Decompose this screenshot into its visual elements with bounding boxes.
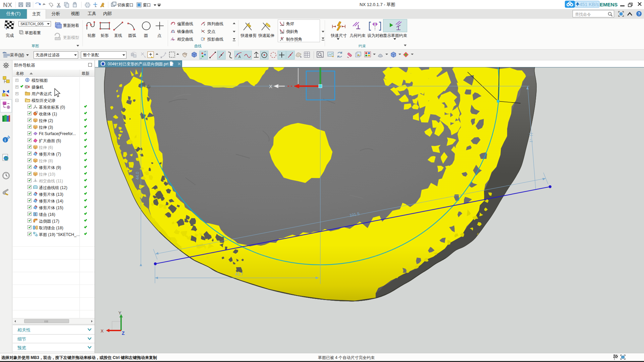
svg-text:X: X bbox=[269, 83, 272, 89]
svg-text:44.0: 44.0 bbox=[135, 172, 140, 180]
svg-text:?: ? bbox=[638, 12, 640, 16]
svg-text:NX: NX bbox=[3, 1, 12, 8]
svg-text:切换窗口: 切换窗口 bbox=[117, 3, 133, 7]
svg-text:41.7: 41.7 bbox=[235, 272, 243, 277]
svg-text:EMENS: EMENS bbox=[600, 2, 618, 7]
svg-text:窗口: 窗口 bbox=[143, 3, 151, 7]
svg-text:451 KB/s: 451 KB/s bbox=[580, 2, 599, 7]
svg-text:Y: Y bbox=[118, 310, 121, 315]
svg-text:X: X bbox=[101, 328, 104, 334]
svg-text:1°: 1° bbox=[529, 139, 533, 143]
svg-text:Z: Z bbox=[122, 330, 125, 336]
svg-text:A: A bbox=[238, 55, 241, 59]
